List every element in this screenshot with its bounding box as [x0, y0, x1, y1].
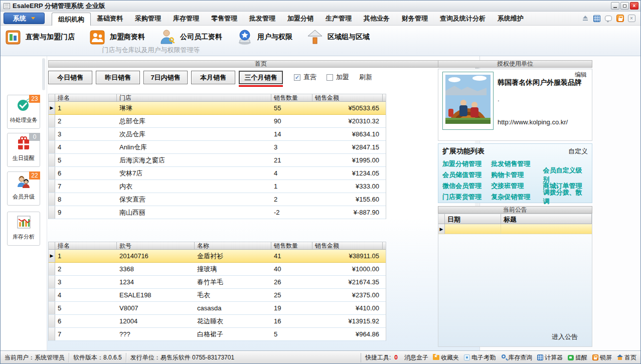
- sidebar-item-stock-analysis[interactable]: 库存分析: [7, 212, 40, 246]
- inventory-query-tool[interactable]: 库存查询: [500, 353, 532, 362]
- refresh-link[interactable]: 刷新: [359, 73, 372, 82]
- table-row[interactable]: 23368撞玻璃40¥1000.00: [49, 263, 386, 276]
- tab-inventory[interactable]: 库存管理: [167, 13, 205, 25]
- calculator-icon: [537, 354, 543, 360]
- ext-link[interactable]: 加盟分销管理: [442, 159, 491, 168]
- minimize-button[interactable]: [611, 2, 619, 10]
- announcement-row[interactable]: ▶: [438, 224, 592, 234]
- app-window: EsaleERP 分销管理系统 企业版 × 系统 组织机构 基础资料 采购管理 …: [0, 0, 641, 364]
- week-sales-button[interactable]: 7日内销售: [143, 71, 188, 84]
- direct-checkbox-label: 直营: [303, 73, 316, 82]
- restore-button[interactable]: [620, 2, 629, 10]
- quick-tools: 快捷工具:0 消息盒子 ★收藏夹 电子考勤 库存查询 计算器 提醒 锁屏 首页: [361, 353, 640, 362]
- table-row[interactable]: 5后海滨海之窗店21¥1995.00: [49, 154, 386, 167]
- tab-production[interactable]: 生产管理: [319, 13, 358, 25]
- calculator-tool[interactable]: 计算器: [537, 353, 563, 362]
- toolbar-item-regions[interactable]: 区域组与区域: [306, 29, 370, 46]
- table-row[interactable]: 31234春竹羊毛26¥21674.35: [49, 276, 386, 289]
- table-row[interactable]: 612004花边睡衣16¥13915.92: [49, 315, 386, 328]
- tray-icons: ×: [581, 15, 640, 22]
- period-button-row: 今日销售 昨日销售 7日内销售 本月销售 三个月销售: [48, 71, 283, 84]
- brand-url[interactable]: http://www.kolping.co.kr/: [498, 118, 568, 126]
- month-sales-button[interactable]: 本月销售: [191, 71, 235, 84]
- brand-title: 韩国著名休闲户外服装品牌: [498, 78, 592, 87]
- toolbar-item-employees[interactable]: 公司员工资料: [159, 29, 222, 46]
- row-selected-marker: ▶: [49, 102, 55, 114]
- eject-icon[interactable]: [581, 15, 589, 22]
- permissions-icon: [236, 29, 253, 46]
- ext-link[interactable]: 复杂促销管理: [491, 193, 543, 202]
- three-month-sales-button[interactable]: 三个月销售: [239, 71, 283, 84]
- customize-link[interactable]: 自定义: [568, 147, 588, 156]
- ext-link[interactable]: 调拨分拨、散调: [543, 188, 588, 206]
- favorites-tool[interactable]: ★收藏夹: [433, 353, 459, 362]
- yesterday-sales-button[interactable]: 昨日销售: [96, 71, 140, 84]
- tab-retail[interactable]: 零售管理: [205, 13, 243, 25]
- ext-link[interactable]: 会员储值管理: [442, 170, 491, 179]
- message-box-tool[interactable]: 消息盒子: [404, 353, 428, 362]
- extensions-title: 扩展功能列表: [442, 147, 485, 156]
- toolbar-item-franchisee[interactable]: 加盟商资料: [89, 29, 145, 46]
- app-icon: [4, 3, 10, 9]
- employee-icon: [159, 29, 176, 46]
- close-button[interactable]: ×: [630, 2, 638, 10]
- tab-purchase[interactable]: 采购管理: [129, 13, 167, 25]
- attendance-tool[interactable]: 电子考勤: [463, 353, 496, 362]
- table-row[interactable]: 8保安直营2¥155.60: [49, 193, 386, 206]
- sidebar-item-member-upgrade[interactable]: 22 会员升级: [7, 171, 40, 206]
- lock-screen-tool[interactable]: 锁屏: [592, 353, 612, 362]
- tab-wholesale[interactable]: 批发管理: [243, 13, 281, 25]
- calculator-icon[interactable]: [593, 15, 601, 22]
- stores-icon: [5, 29, 22, 46]
- reminder-tool[interactable]: 提醒: [567, 353, 587, 362]
- toolbar-item-stores[interactable]: 直营与加盟门店: [5, 29, 75, 46]
- main-panel: 首页 今日销售 昨日销售 7日内销售 本月销售 三个月销售 ✓ 直营 加盟 刷新: [47, 56, 480, 350]
- tab-query-stats[interactable]: 查询及统计分析: [434, 13, 492, 25]
- ext-link[interactable]: 批发销售管理: [491, 159, 543, 168]
- today-sales-button[interactable]: 今日销售: [48, 71, 92, 84]
- table-row[interactable]: 4Anlin仓库3¥2847.15: [49, 141, 386, 154]
- table-row[interactable]: 4ESALE198毛衣25¥2375.00: [49, 289, 386, 302]
- table-row[interactable]: ▶ 1琳琳55¥50533.65: [49, 102, 386, 115]
- toolbar-item-permissions[interactable]: 用户与权限: [236, 29, 292, 46]
- tab-finance[interactable]: 财务管理: [396, 13, 434, 25]
- tab-maintenance[interactable]: 系统维护: [492, 13, 530, 25]
- table-row[interactable]: 3次品仓库14¥8634.10: [49, 128, 386, 141]
- table-row[interactable]: 9南山西丽-2¥-887.90: [49, 206, 386, 219]
- version-label: 软件版本：8.0.6.5: [69, 353, 126, 362]
- table-row[interactable]: 7???白格裙子5¥964.86: [49, 328, 386, 341]
- tab-other-business[interactable]: 其他业务: [358, 13, 396, 25]
- direct-checkbox[interactable]: ✓: [294, 74, 300, 81]
- system-menu-button[interactable]: 系统: [4, 13, 45, 24]
- table-row[interactable]: 6安林7店4¥1234.05: [49, 167, 386, 180]
- home-tool[interactable]: 首页: [616, 353, 636, 362]
- table-row[interactable]: 2总部仓库90¥20310.32: [49, 115, 386, 128]
- brand-dot: .: [498, 95, 500, 103]
- home-icon: [617, 354, 623, 360]
- table-row[interactable]: ▶ 120140716金盾衬衫41¥38911.05: [49, 250, 386, 263]
- chat-icon[interactable]: [604, 15, 612, 22]
- lock-icon[interactable]: [616, 15, 624, 22]
- sidebar-item-pending-tasks[interactable]: 23 待处理业务: [7, 95, 40, 129]
- active-period-underline: [239, 85, 283, 87]
- tab-organization[interactable]: 组织机构: [52, 13, 91, 26]
- stock-analysis-icon: [16, 214, 32, 230]
- ext-link[interactable]: 门店要货管理: [442, 193, 491, 202]
- window-box-icon[interactable]: ×: [627, 15, 635, 22]
- quick-tools-count: 0: [392, 354, 400, 361]
- tab-franchise[interactable]: 加盟分销: [281, 13, 319, 25]
- sidebar-scrollbar[interactable]: [42, 58, 45, 90]
- ext-link[interactable]: 微信会员管理: [442, 181, 491, 191]
- table-row[interactable]: 7内衣1¥333.00: [49, 180, 386, 193]
- enter-announcements-link[interactable]: 进入公告: [552, 332, 578, 341]
- table-row[interactable]: 5V8007casasda19¥410.00: [49, 302, 386, 315]
- reminder-icon: [568, 355, 574, 360]
- ext-link[interactable]: 交接班管理: [491, 181, 543, 191]
- ext-link[interactable]: 购物卡管理: [491, 170, 543, 179]
- product-table-header: 排名 款号 名称 销售数量 销售金额: [49, 242, 386, 250]
- current-user-label: 当前用户：系统管理员: [1, 353, 69, 362]
- tab-basic-data[interactable]: 基础资料: [91, 13, 129, 25]
- franchise-checkbox[interactable]: [327, 74, 333, 81]
- sidebar-item-birthday[interactable]: 0 生日提醒: [7, 133, 40, 167]
- birthday-badge: 0: [29, 133, 40, 141]
